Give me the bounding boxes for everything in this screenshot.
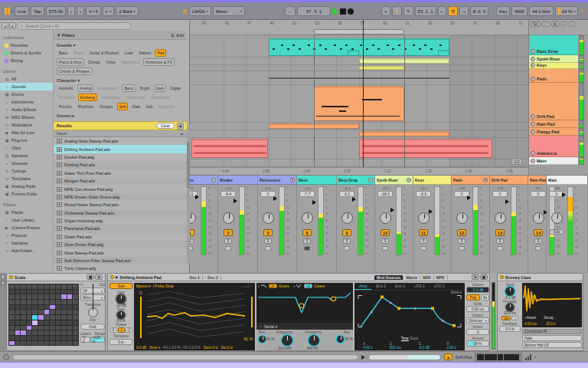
scale-grid-cell[interactable] xyxy=(44,326,50,330)
voice-count-menu[interactable]: 8▾ xyxy=(481,294,489,301)
predelay-knob[interactable] xyxy=(506,304,514,311)
filter1-type-menu[interactable]: Clean▾ xyxy=(279,284,289,288)
track-activator-button[interactable]: 10 xyxy=(381,229,390,236)
mixer-strip-header[interactable]: PercussionS xyxy=(258,176,296,185)
filter-icon[interactable]: ▼ xyxy=(57,33,62,38)
menu-icon[interactable]: ≡ xyxy=(580,8,583,15)
clip-bass-drop[interactable] xyxy=(438,50,449,56)
character-chip-basic[interactable]: Basic xyxy=(122,84,136,92)
solo-icon[interactable]: S xyxy=(483,178,488,182)
peak-level-display[interactable]: -3.11 xyxy=(190,186,200,190)
transpose-knob[interactable] xyxy=(88,307,98,317)
filter1-freq-value[interactable]: 10.0 kHz xyxy=(278,347,292,350)
track-arm-icon[interactable]: ▸ xyxy=(531,159,535,163)
output-meter-icon[interactable] xyxy=(525,354,531,360)
scale-grid[interactable] xyxy=(8,284,79,346)
time-ruler[interactable]: 1:001:051:101:151:201:251:301:35 xyxy=(190,167,528,175)
track-header-main[interactable]: ▸Main xyxy=(529,157,578,165)
drift-preset-icon[interactable]: ▶ xyxy=(116,275,118,279)
result-item[interactable]: ▦Muted Noise Sweep Pad.adv xyxy=(54,201,187,209)
fold-icon[interactable]: ▾ xyxy=(368,178,373,182)
scale-grid-cell[interactable] xyxy=(38,320,44,325)
fold-icon[interactable]: ▾ xyxy=(407,178,411,182)
scale-grid-cell[interactable] xyxy=(50,300,55,304)
character-chip-arpeggiated[interactable]: Arpeggiated xyxy=(95,84,120,92)
sound-chip-brass[interactable]: Brass xyxy=(71,49,86,57)
clip-keys[interactable] xyxy=(359,66,404,70)
octave-button--2[interactable]: -2 xyxy=(126,327,132,333)
result-item[interactable]: ▦Slow Sweep Pad.adv xyxy=(54,248,187,256)
character-chip-stab[interactable]: Stab xyxy=(129,103,142,110)
filter2-enable-checkbox[interactable]: ▪ xyxy=(294,284,296,288)
unison-mode-menu[interactable]: Shimmer▾ xyxy=(466,317,489,324)
track-header-synth-riser[interactable]: ▸Synth Riser xyxy=(529,55,578,63)
volume-field[interactable]: 0 xyxy=(492,191,508,197)
key-root-menu[interactable]: C#/Db▾ xyxy=(189,6,211,16)
drift-save-icon[interactable]: ▣ xyxy=(480,274,488,280)
scale-grid-cell[interactable] xyxy=(61,326,67,330)
scale-grid-cell[interactable] xyxy=(50,310,55,314)
character-section-label[interactable]: Character ▾ xyxy=(57,78,187,83)
scale-grid-cell[interactable] xyxy=(9,326,15,330)
scale-grid-cell[interactable] xyxy=(61,300,67,304)
fader-handle[interactable] xyxy=(195,195,199,199)
mod-subtab-lfo-1[interactable]: LFO 1 xyxy=(410,283,430,290)
scale-grid-cell[interactable] xyxy=(27,326,32,330)
scale-grid-cell[interactable] xyxy=(15,305,21,310)
solo-button[interactable]: S xyxy=(534,238,542,244)
scale-grid-cell[interactable] xyxy=(32,305,38,310)
sidebar-item-templates[interactable]: ▭Templates xyxy=(0,175,53,182)
character-chip-snappy[interactable]: Snappy xyxy=(98,103,116,110)
pan-knob[interactable] xyxy=(263,212,274,224)
scale-grid-cell[interactable] xyxy=(50,284,55,289)
poly-mode-button[interactable]: Poly xyxy=(466,294,480,301)
track-arm-icon[interactable]: ▸ xyxy=(531,151,535,156)
nudge-down-button[interactable]: ‹ xyxy=(67,6,75,16)
scale-grid-cell[interactable] xyxy=(44,305,50,310)
scale-grid-cell[interactable] xyxy=(21,315,26,320)
track-arm-icon[interactable]: ▸ xyxy=(531,130,535,134)
scale-grid-cell[interactable] xyxy=(61,315,67,320)
scale-grid-cell[interactable] xyxy=(56,315,61,320)
solo-button[interactable]: S xyxy=(343,238,351,244)
sound-chip-pad[interactable]: Pad xyxy=(155,49,166,57)
nudge-up-button[interactable]: › xyxy=(77,6,84,16)
scale-grid-cell[interactable] xyxy=(38,315,44,320)
mixer-strip-header[interactable]: Rain Pad xyxy=(528,176,546,185)
loop-length-field[interactable]: 8. 0. 0 xyxy=(470,6,489,16)
device-chain-minimap[interactable] xyxy=(475,353,522,362)
unison-amount-value[interactable]: 38 % xyxy=(466,340,489,347)
track-header-ambience[interactable]: ▸Ambience xyxy=(529,136,578,157)
punch-in-button[interactable]: ⌐ xyxy=(438,6,447,16)
scale-grid-cell[interactable] xyxy=(73,315,78,320)
tab-mod-sources[interactable]: Mod Sources xyxy=(374,275,403,280)
character-chip-sub[interactable]: Sub xyxy=(144,103,155,110)
track-activator-button[interactable]: 14 xyxy=(534,229,543,236)
volume-value[interactable]: -5.0 dB xyxy=(466,287,489,293)
octave-button-0[interactable]: 0 xyxy=(110,327,117,333)
scale-grid-cell[interactable] xyxy=(73,290,78,294)
character-chip-dark[interactable]: Dark xyxy=(154,84,167,92)
scale-grid-cell[interactable] xyxy=(27,341,32,346)
track-activator-button[interactable]: 9 xyxy=(342,229,351,236)
scale-grid-cell[interactable] xyxy=(67,320,73,325)
filter2-freq-knob[interactable] xyxy=(309,335,319,346)
scale-grid-cell[interactable] xyxy=(73,284,78,289)
key-scale-menu[interactable]: Minor▾ xyxy=(213,6,245,16)
scale-grid-cell[interactable] xyxy=(32,290,38,294)
sub-button[interactable]: Sub xyxy=(109,283,132,289)
adsr-envelope-display[interactable] xyxy=(356,290,463,333)
sidebar-item-favorites[interactable]: Favorites xyxy=(0,41,53,49)
arm-button[interactable] xyxy=(344,246,350,251)
clip-bass-drop[interactable] xyxy=(348,50,359,56)
scale-grid-cell[interactable] xyxy=(38,290,44,294)
sidebar-item-mixing[interactable]: Mixing xyxy=(0,57,53,64)
scale-grid-cell[interactable] xyxy=(32,310,38,314)
scale-grid-cell[interactable] xyxy=(9,310,15,314)
fader-handle[interactable] xyxy=(352,197,356,202)
scale-grid-cell[interactable] xyxy=(27,284,32,289)
scale-grid-cell[interactable] xyxy=(9,290,15,294)
scale-grid-cell[interactable] xyxy=(61,320,67,325)
solo-button[interactable]: S xyxy=(190,238,194,244)
pan-knob[interactable] xyxy=(223,212,234,224)
